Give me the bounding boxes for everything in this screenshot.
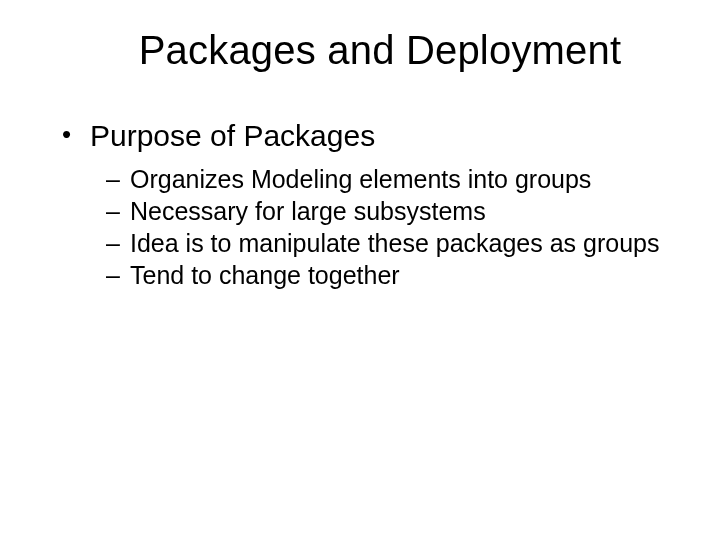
list-item: Purpose of Packages Organizes Modeling e…	[62, 119, 670, 291]
list-item: Necessary for large subsystems	[106, 195, 670, 227]
slide: Packages and Deployment Purpose of Packa…	[0, 0, 720, 540]
list-item: Organizes Modeling elements into groups	[106, 163, 670, 195]
bullet-text: Idea is to manipulate these packages as …	[130, 229, 660, 257]
bullet-list-level1: Purpose of Packages Organizes Modeling e…	[50, 119, 670, 291]
list-item: Idea is to manipulate these packages as …	[106, 227, 670, 259]
bullet-text: Necessary for large subsystems	[130, 197, 486, 225]
bullet-text: Tend to change together	[130, 261, 400, 289]
bullet-text: Purpose of Packages	[90, 119, 375, 152]
list-item: Tend to change together	[106, 259, 670, 291]
slide-title: Packages and Deployment	[90, 28, 670, 73]
bullet-text: Organizes Modeling elements into groups	[130, 165, 591, 193]
bullet-list-level2: Organizes Modeling elements into groups …	[90, 163, 670, 291]
